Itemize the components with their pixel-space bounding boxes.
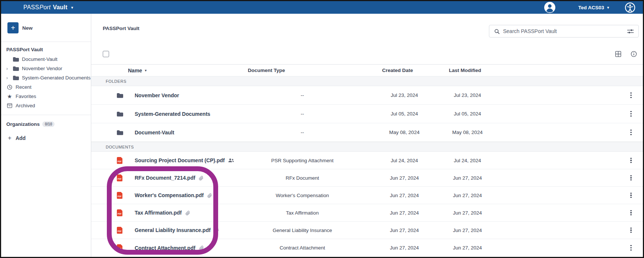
folder-name[interactable]: November Vendor — [135, 92, 237, 98]
accessibility-icon[interactable] — [625, 2, 635, 13]
table-row[interactable]: PDF Tax Affirmation.pdf Tax Affirmation … — [91, 204, 643, 222]
sidebar-item-recent[interactable]: Recent — [1, 82, 91, 92]
last-modified-cell: Jul 05, 2024 — [436, 111, 499, 117]
document-type-cell: -- — [237, 92, 367, 98]
paperclip-icon — [199, 245, 204, 251]
last-modified-cell: Jun 27, 2024 — [436, 245, 499, 251]
document-name[interactable]: Contract Attachment.pdf — [135, 245, 196, 251]
brand-port: Port — [39, 4, 50, 11]
add-button-label: Add — [16, 135, 26, 141]
avatar[interactable] — [544, 2, 555, 13]
paperclip-icon — [207, 193, 212, 198]
last-modified-cell: Jul 23, 2024 — [436, 92, 499, 98]
folder-name[interactable]: Document-Vault — [135, 130, 237, 135]
archive-icon — [7, 103, 16, 108]
shared-users-icon — [228, 158, 234, 163]
sidebar-item-label: System-Generated Documents — [22, 75, 91, 81]
row-menu-kebab-icon[interactable] — [629, 244, 633, 252]
clock-icon — [7, 85, 16, 90]
column-header-document-type[interactable]: Document Type — [231, 68, 361, 73]
sidebar-tree: Document-Vault › November Vendor › Syste… — [1, 53, 91, 110]
table-row[interactable]: PDF General Liability Insurance.pdf Gene… — [91, 222, 643, 239]
sort-caret-icon: ▾ — [145, 68, 147, 72]
sidebar-item-label: Document-Vault — [22, 56, 58, 62]
paperclip-icon — [185, 210, 190, 216]
sidebar-item-label: November Vendor — [22, 66, 62, 71]
brand-pass: PASS — [23, 4, 39, 11]
organizations-heading: Organizations 0/10 — [6, 120, 91, 128]
sidebar-item-november-vendor[interactable]: › November Vendor — [1, 64, 91, 73]
filter-sliders-icon[interactable] — [627, 29, 634, 34]
row-menu-kebab-icon[interactable] — [629, 226, 633, 235]
row-menu-kebab-icon[interactable] — [629, 156, 633, 165]
column-header-name[interactable]: Name ▾ — [128, 68, 231, 74]
document-name[interactable]: Worker's Compensation.pdf — [135, 192, 204, 198]
new-button[interactable]: + New — [1, 22, 91, 33]
table-row[interactable]: Document-Vault -- May 08, 2024 May 08, 2… — [91, 123, 643, 142]
row-menu-kebab-icon[interactable] — [629, 110, 633, 118]
document-name[interactable]: Tax Affirmation.pdf — [135, 210, 182, 216]
last-modified-cell: Jun 27, 2024 — [436, 228, 499, 233]
column-header-last-modified[interactable]: Last Modified — [429, 68, 492, 73]
sidebar-item-system-generated[interactable]: › System-Generated Documents — [1, 73, 91, 82]
section-header-documents: DOCUMENTS — [91, 142, 643, 152]
document-type-cell: Contract Attachment — [237, 245, 367, 251]
add-organization-button[interactable]: + Add — [8, 134, 91, 142]
row-menu-kebab-icon[interactable] — [629, 191, 633, 200]
document-name[interactable]: RFx Document_7214.pdf — [135, 175, 195, 181]
document-name[interactable]: Sourcing Project Document (CP).pdf — [135, 157, 225, 163]
brand-vault: Vault — [53, 4, 67, 11]
table-row[interactable]: November Vendor -- Jul 23, 2024 Jul 23, … — [91, 86, 643, 105]
sidebar-item-label: Recent — [16, 84, 32, 90]
table-row[interactable]: PDF Sourcing Project Document (CP).pdf P… — [91, 152, 643, 169]
document-name[interactable]: General Liability Insurance.pdf — [135, 227, 211, 233]
documents-table: Name ▾ Document Type Created Date Last M… — [91, 64, 643, 257]
document-type-cell: -- — [237, 111, 367, 117]
table-row[interactable]: PDF Contract Attachment.pdf Contract Att… — [91, 239, 643, 257]
folder-icon — [13, 66, 22, 71]
section-header-folders: FOLDERS — [91, 76, 643, 86]
sidebar-divider — [1, 115, 91, 115]
chevron-right-icon[interactable]: › — [6, 66, 13, 71]
search-input[interactable] — [503, 28, 624, 34]
chevron-down-icon[interactable]: ▾ — [607, 5, 609, 10]
chevron-right-icon[interactable]: › — [6, 75, 13, 81]
row-menu-kebab-icon[interactable] — [629, 91, 633, 99]
document-type-cell: General Liability Insurance — [237, 228, 367, 233]
pdf-file-icon: PDF — [117, 157, 122, 164]
column-header-created-date[interactable]: Created Date — [366, 68, 429, 73]
search-icon — [494, 29, 500, 34]
sidebar-divider — [1, 42, 91, 42]
chevron-down-icon: ▾ — [71, 5, 73, 10]
table-row[interactable]: PDF RFx Document_7214.pdf RFx Document J… — [91, 169, 643, 187]
row-menu-kebab-icon[interactable] — [629, 209, 633, 217]
document-type-cell: -- — [237, 130, 367, 135]
user-menu[interactable]: Ted ACS03 — [578, 5, 604, 10]
plus-icon[interactable]: + — [7, 22, 19, 33]
paperclip-icon — [214, 228, 219, 233]
main-content: PASSPort Vault Name ▾ Docum — [91, 14, 643, 257]
select-all-checkbox[interactable] — [103, 51, 109, 57]
created-date-cell: Jun 27, 2024 — [373, 210, 436, 216]
created-date-cell: Jun 27, 2024 — [373, 228, 436, 233]
table-row[interactable]: PDF Worker's Compensation.pdf Worker's C… — [91, 187, 643, 204]
table-header-row: Name ▾ Document Type Created Date Last M… — [91, 65, 643, 76]
row-menu-kebab-icon[interactable] — [629, 174, 633, 182]
document-type-cell: PSR Supporting Attachment — [237, 158, 367, 163]
row-menu-kebab-icon[interactable] — [629, 128, 633, 137]
info-icon[interactable] — [631, 51, 637, 57]
last-modified-cell: Jun 27, 2024 — [436, 193, 499, 198]
sidebar-item-archived[interactable]: Archived — [1, 101, 91, 110]
sidebar: + New PASSPort Vault Document-Vault › No… — [1, 14, 91, 257]
folder-name[interactable]: System-Generated Documents — [135, 111, 237, 117]
search-box — [489, 25, 639, 37]
table-row[interactable]: System-Generated Documents -- Jul 05, 20… — [91, 105, 643, 123]
sidebar-item-favorites[interactable]: ★ Favorites — [1, 92, 91, 101]
sidebar-heading-vault: PASSPort Vault — [6, 46, 91, 53]
grid-view-icon[interactable] — [615, 51, 621, 57]
sidebar-item-document-vault[interactable]: Document-Vault — [1, 55, 91, 64]
app-switcher[interactable]: PASSPort Vault ▾ — [23, 4, 73, 11]
pdf-file-icon: PDF — [117, 227, 122, 234]
pdf-file-icon: PDF — [117, 244, 122, 251]
folder-icon — [117, 130, 135, 135]
